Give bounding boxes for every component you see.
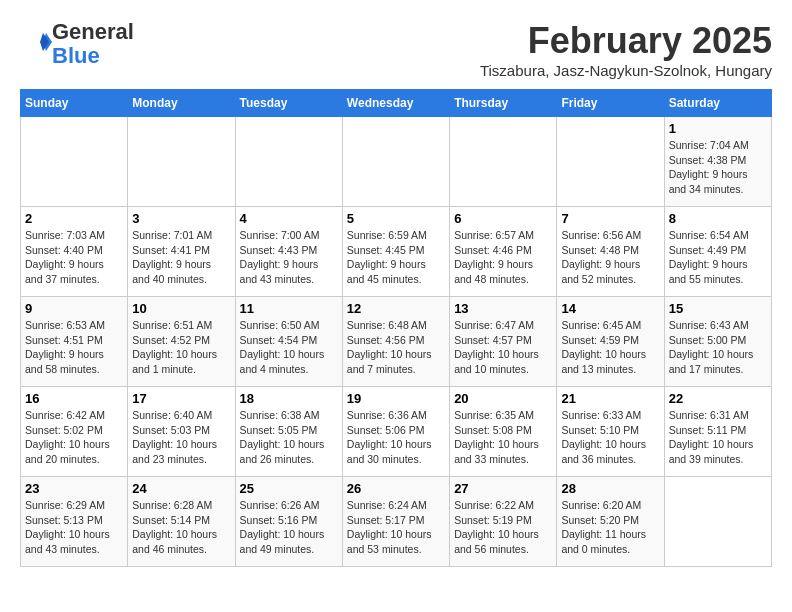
calendar-cell: 25Sunrise: 6:26 AM Sunset: 5:16 PM Dayli… [235,477,342,567]
calendar-cell: 8Sunrise: 6:54 AM Sunset: 4:49 PM Daylig… [664,207,771,297]
day-info: Sunrise: 7:04 AM Sunset: 4:38 PM Dayligh… [669,138,767,197]
calendar-header: SundayMondayTuesdayWednesdayThursdayFrid… [21,90,772,117]
day-info: Sunrise: 6:22 AM Sunset: 5:19 PM Dayligh… [454,498,552,557]
day-number: 13 [454,301,552,316]
calendar-cell: 4Sunrise: 7:00 AM Sunset: 4:43 PM Daylig… [235,207,342,297]
calendar-cell: 7Sunrise: 6:56 AM Sunset: 4:48 PM Daylig… [557,207,664,297]
header-day-wednesday: Wednesday [342,90,449,117]
calendar-cell: 27Sunrise: 6:22 AM Sunset: 5:19 PM Dayli… [450,477,557,567]
calendar-cell: 10Sunrise: 6:51 AM Sunset: 4:52 PM Dayli… [128,297,235,387]
day-info: Sunrise: 6:47 AM Sunset: 4:57 PM Dayligh… [454,318,552,377]
calendar-cell: 9Sunrise: 6:53 AM Sunset: 4:51 PM Daylig… [21,297,128,387]
day-number: 3 [132,211,230,226]
calendar-table: SundayMondayTuesdayWednesdayThursdayFrid… [20,89,772,567]
day-info: Sunrise: 6:50 AM Sunset: 4:54 PM Dayligh… [240,318,338,377]
calendar-cell [128,117,235,207]
calendar-cell: 5Sunrise: 6:59 AM Sunset: 4:45 PM Daylig… [342,207,449,297]
header-day-monday: Monday [128,90,235,117]
day-info: Sunrise: 6:28 AM Sunset: 5:14 PM Dayligh… [132,498,230,557]
day-info: Sunrise: 6:43 AM Sunset: 5:00 PM Dayligh… [669,318,767,377]
day-info: Sunrise: 6:29 AM Sunset: 5:13 PM Dayligh… [25,498,123,557]
calendar-cell: 12Sunrise: 6:48 AM Sunset: 4:56 PM Dayli… [342,297,449,387]
day-number: 23 [25,481,123,496]
calendar-cell: 11Sunrise: 6:50 AM Sunset: 4:54 PM Dayli… [235,297,342,387]
calendar-cell: 21Sunrise: 6:33 AM Sunset: 5:10 PM Dayli… [557,387,664,477]
day-info: Sunrise: 6:35 AM Sunset: 5:08 PM Dayligh… [454,408,552,467]
calendar-cell: 17Sunrise: 6:40 AM Sunset: 5:03 PM Dayli… [128,387,235,477]
logo: General Blue [20,20,134,68]
calendar-cell: 20Sunrise: 6:35 AM Sunset: 5:08 PM Dayli… [450,387,557,477]
week-row-0: 1Sunrise: 7:04 AM Sunset: 4:38 PM Daylig… [21,117,772,207]
day-number: 6 [454,211,552,226]
calendar-cell: 16Sunrise: 6:42 AM Sunset: 5:02 PM Dayli… [21,387,128,477]
day-number: 7 [561,211,659,226]
title-block: February 2025 Tiszabura, Jasz-Nagykun-Sz… [480,20,772,79]
week-row-4: 23Sunrise: 6:29 AM Sunset: 5:13 PM Dayli… [21,477,772,567]
day-number: 14 [561,301,659,316]
day-number: 8 [669,211,767,226]
week-row-1: 2Sunrise: 7:03 AM Sunset: 4:40 PM Daylig… [21,207,772,297]
day-info: Sunrise: 6:51 AM Sunset: 4:52 PM Dayligh… [132,318,230,377]
day-number: 17 [132,391,230,406]
day-info: Sunrise: 6:33 AM Sunset: 5:10 PM Dayligh… [561,408,659,467]
day-number: 2 [25,211,123,226]
week-row-2: 9Sunrise: 6:53 AM Sunset: 4:51 PM Daylig… [21,297,772,387]
logo-blue: Blue [52,43,100,68]
day-number: 20 [454,391,552,406]
day-info: Sunrise: 6:56 AM Sunset: 4:48 PM Dayligh… [561,228,659,287]
header-row: SundayMondayTuesdayWednesdayThursdayFrid… [21,90,772,117]
day-number: 15 [669,301,767,316]
day-info: Sunrise: 6:54 AM Sunset: 4:49 PM Dayligh… [669,228,767,287]
calendar-cell [235,117,342,207]
calendar-cell: 3Sunrise: 7:01 AM Sunset: 4:41 PM Daylig… [128,207,235,297]
day-info: Sunrise: 6:38 AM Sunset: 5:05 PM Dayligh… [240,408,338,467]
week-row-3: 16Sunrise: 6:42 AM Sunset: 5:02 PM Dayli… [21,387,772,477]
day-info: Sunrise: 6:36 AM Sunset: 5:06 PM Dayligh… [347,408,445,467]
day-number: 25 [240,481,338,496]
calendar-cell: 28Sunrise: 6:20 AM Sunset: 5:20 PM Dayli… [557,477,664,567]
day-number: 5 [347,211,445,226]
logo-general: General [52,19,134,44]
day-number: 10 [132,301,230,316]
day-info: Sunrise: 6:40 AM Sunset: 5:03 PM Dayligh… [132,408,230,467]
calendar-cell: 26Sunrise: 6:24 AM Sunset: 5:17 PM Dayli… [342,477,449,567]
day-number: 26 [347,481,445,496]
calendar-cell: 18Sunrise: 6:38 AM Sunset: 5:05 PM Dayli… [235,387,342,477]
calendar-cell: 24Sunrise: 6:28 AM Sunset: 5:14 PM Dayli… [128,477,235,567]
calendar-cell: 2Sunrise: 7:03 AM Sunset: 4:40 PM Daylig… [21,207,128,297]
day-number: 9 [25,301,123,316]
calendar-cell: 22Sunrise: 6:31 AM Sunset: 5:11 PM Dayli… [664,387,771,477]
calendar-cell [664,477,771,567]
calendar-body: 1Sunrise: 7:04 AM Sunset: 4:38 PM Daylig… [21,117,772,567]
day-info: Sunrise: 7:03 AM Sunset: 4:40 PM Dayligh… [25,228,123,287]
day-number: 24 [132,481,230,496]
day-number: 18 [240,391,338,406]
day-number: 12 [347,301,445,316]
calendar-cell [342,117,449,207]
day-number: 21 [561,391,659,406]
calendar-cell [450,117,557,207]
header-day-friday: Friday [557,90,664,117]
header-day-saturday: Saturday [664,90,771,117]
calendar-cell: 15Sunrise: 6:43 AM Sunset: 5:00 PM Dayli… [664,297,771,387]
day-info: Sunrise: 6:26 AM Sunset: 5:16 PM Dayligh… [240,498,338,557]
day-number: 28 [561,481,659,496]
month-title: February 2025 [480,20,772,62]
day-info: Sunrise: 7:01 AM Sunset: 4:41 PM Dayligh… [132,228,230,287]
day-number: 27 [454,481,552,496]
day-info: Sunrise: 7:00 AM Sunset: 4:43 PM Dayligh… [240,228,338,287]
logo-icon [22,27,52,57]
calendar-cell: 13Sunrise: 6:47 AM Sunset: 4:57 PM Dayli… [450,297,557,387]
day-info: Sunrise: 6:59 AM Sunset: 4:45 PM Dayligh… [347,228,445,287]
calendar-cell: 23Sunrise: 6:29 AM Sunset: 5:13 PM Dayli… [21,477,128,567]
calendar-cell [557,117,664,207]
day-info: Sunrise: 6:53 AM Sunset: 4:51 PM Dayligh… [25,318,123,377]
day-info: Sunrise: 6:31 AM Sunset: 5:11 PM Dayligh… [669,408,767,467]
day-number: 11 [240,301,338,316]
day-info: Sunrise: 6:57 AM Sunset: 4:46 PM Dayligh… [454,228,552,287]
day-number: 16 [25,391,123,406]
calendar-cell: 6Sunrise: 6:57 AM Sunset: 4:46 PM Daylig… [450,207,557,297]
day-number: 1 [669,121,767,136]
header-day-thursday: Thursday [450,90,557,117]
calendar-cell: 19Sunrise: 6:36 AM Sunset: 5:06 PM Dayli… [342,387,449,477]
